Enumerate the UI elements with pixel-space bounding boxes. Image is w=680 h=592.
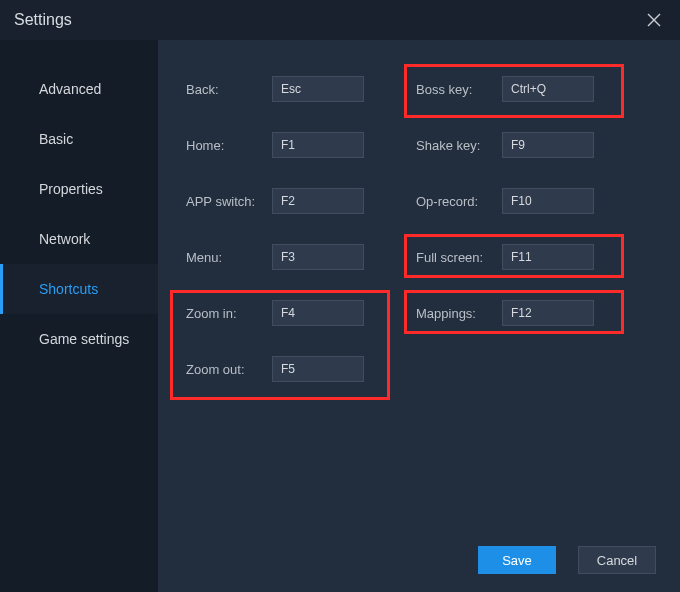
button-label: Cancel: [597, 553, 637, 568]
cancel-button[interactable]: Cancel: [578, 546, 656, 574]
field-label: Back:: [186, 82, 272, 97]
shortcut-input-boss-key[interactable]: Ctrl+Q: [502, 76, 594, 102]
field-label: Boss key:: [416, 82, 502, 97]
field-label: Zoom out:: [186, 362, 272, 377]
shortcut-input-full-screen[interactable]: F11: [502, 244, 594, 270]
field-boss-key: Boss key: Ctrl+Q: [410, 72, 640, 106]
field-full-screen: Full screen: F11: [410, 240, 640, 274]
field-zoom-out: Zoom out: F5: [180, 352, 410, 386]
shortcut-input-mappings[interactable]: F12: [502, 300, 594, 326]
shortcut-input-app-switch[interactable]: F2: [272, 188, 364, 214]
shortcut-input-zoom-in[interactable]: F4: [272, 300, 364, 326]
sidebar-item-label: Basic: [39, 131, 73, 147]
sidebar-item-advanced[interactable]: Advanced: [0, 64, 158, 114]
field-empty: [410, 352, 640, 386]
field-label: Shake key:: [416, 138, 502, 153]
shortcuts-grid: Back: Esc Boss key: Ctrl+Q Home: F1 Shak…: [158, 72, 680, 386]
settings-window: Settings Advanced Basic Properties Netwo…: [0, 0, 680, 592]
shortcut-input-menu[interactable]: F3: [272, 244, 364, 270]
field-label: Zoom in:: [186, 306, 272, 321]
field-shake-key: Shake key: F9: [410, 128, 640, 162]
save-button[interactable]: Save: [478, 546, 556, 574]
field-op-record: Op-record: F10: [410, 184, 640, 218]
window-title: Settings: [14, 11, 642, 29]
shortcut-input-op-record[interactable]: F10: [502, 188, 594, 214]
sidebar-item-label: Game settings: [39, 331, 129, 347]
shortcut-input-zoom-out[interactable]: F5: [272, 356, 364, 382]
sidebar-item-network[interactable]: Network: [0, 214, 158, 264]
field-label: Menu:: [186, 250, 272, 265]
field-zoom-in: Zoom in: F4: [180, 296, 410, 330]
button-label: Save: [502, 553, 532, 568]
titlebar: Settings: [0, 0, 680, 40]
footer: Save Cancel: [478, 546, 656, 574]
shortcut-input-home[interactable]: F1: [272, 132, 364, 158]
sidebar-item-game-settings[interactable]: Game settings: [0, 314, 158, 364]
shortcut-input-back[interactable]: Esc: [272, 76, 364, 102]
sidebar-item-label: Properties: [39, 181, 103, 197]
sidebar-item-basic[interactable]: Basic: [0, 114, 158, 164]
field-label: Mappings:: [416, 306, 502, 321]
body: Advanced Basic Properties Network Shortc…: [0, 40, 680, 592]
field-label: Full screen:: [416, 250, 502, 265]
field-app-switch: APP switch: F2: [180, 184, 410, 218]
sidebar-item-properties[interactable]: Properties: [0, 164, 158, 214]
sidebar-item-label: Advanced: [39, 81, 101, 97]
field-back: Back: Esc: [180, 72, 410, 106]
field-mappings: Mappings: F12: [410, 296, 640, 330]
shortcut-input-shake-key[interactable]: F9: [502, 132, 594, 158]
sidebar: Advanced Basic Properties Network Shortc…: [0, 40, 158, 592]
close-icon[interactable]: [642, 8, 666, 32]
field-menu: Menu: F3: [180, 240, 410, 274]
field-label: Home:: [186, 138, 272, 153]
content-panel: Back: Esc Boss key: Ctrl+Q Home: F1 Shak…: [158, 40, 680, 592]
field-home: Home: F1: [180, 128, 410, 162]
field-label: Op-record:: [416, 194, 502, 209]
field-label: APP switch:: [186, 194, 272, 209]
sidebar-item-shortcuts[interactable]: Shortcuts: [0, 264, 158, 314]
sidebar-item-label: Network: [39, 231, 90, 247]
sidebar-item-label: Shortcuts: [39, 281, 98, 297]
